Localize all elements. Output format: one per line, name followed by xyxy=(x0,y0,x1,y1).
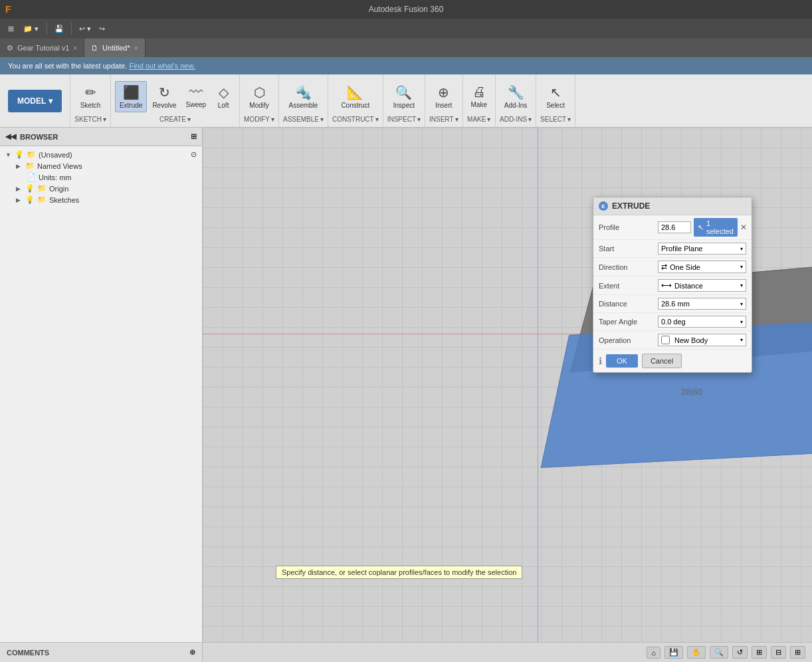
tree-sketches-bulb-icon: 💡 xyxy=(25,195,35,204)
extrude-dialog: E EXTRUDE Profile ↖ 1 selected ✕ Start P… xyxy=(593,197,752,373)
construct-section-label: CONSTRUCT ▾ xyxy=(332,116,379,124)
start-value: Profile Plane xyxy=(661,245,702,253)
select-label: Select xyxy=(546,102,565,109)
inspect-icon: 🔍 xyxy=(395,84,412,100)
insert-section-label: INSERT ▾ xyxy=(429,116,458,124)
ribbon-insert-section: ⊕ Insert INSERT ▾ xyxy=(425,74,463,127)
extent-value: Distance xyxy=(674,282,703,290)
profile-value-container: ↖ 1 selected ✕ xyxy=(658,218,747,237)
update-link[interactable]: Find out what's new. xyxy=(129,62,195,70)
loft-label: Loft xyxy=(218,102,229,109)
file-menu-btn[interactable]: 📁 ▾ xyxy=(19,23,43,35)
grid-menu-btn[interactable]: ⊞ xyxy=(4,23,18,35)
redo-btn[interactable]: ↪ xyxy=(96,23,108,35)
assemble-section-label: ASSEMBLE ▾ xyxy=(283,116,324,124)
tab-untitled-close[interactable]: × xyxy=(134,45,138,52)
direction-dropdown[interactable]: ⇄ One Side ▾ xyxy=(658,261,746,273)
comments-section[interactable]: COMMENTS ⊕ xyxy=(0,643,203,663)
tree-named-views[interactable]: ▶ 📁 Named Views xyxy=(11,160,202,171)
comments-add-icon[interactable]: ⊕ xyxy=(189,648,195,657)
tree-root-options-icon[interactable]: ⊙ xyxy=(191,150,197,159)
ribbon-construct-btn[interactable]: 📐 Construct xyxy=(337,82,373,112)
tab-gear-close[interactable]: × xyxy=(73,45,77,52)
construct-icon: 📐 xyxy=(347,84,363,100)
tree-sketches[interactable]: ▶ 💡 📁 Sketches xyxy=(11,194,202,205)
create-section-label: CREATE ▾ xyxy=(159,116,191,124)
ribbon-revolve-btn[interactable]: ↻ Revolve xyxy=(148,82,180,112)
ribbon-select-btn[interactable]: ↖ Select xyxy=(542,82,569,112)
tree-origin-label: Origin xyxy=(49,185,68,193)
assemble-label: Assemble xyxy=(288,102,318,109)
tab-untitled-icon: 🗋 xyxy=(91,44,98,52)
ribbon-modify-section: ⬡ Modify MODIFY ▾ xyxy=(240,74,279,127)
tree-root[interactable]: ▼ 💡 📁 (Unsaved) ⊙ xyxy=(0,149,202,160)
ribbon-loft-btn[interactable]: ◇ Loft xyxy=(211,82,235,112)
operation-dropdown[interactable]: New Body ▾ xyxy=(658,334,746,346)
make-label: Make xyxy=(471,101,487,108)
ok-button[interactable]: OK xyxy=(606,354,638,368)
tab-gear-tutorial[interactable]: ⚙ Gear Tutorial v1 × xyxy=(0,39,84,57)
ribbon-modify-btn[interactable]: ⬡ Modify xyxy=(245,82,272,112)
extent-label: Extent xyxy=(599,282,655,290)
update-bar: You are all set with the latest update. … xyxy=(0,57,812,74)
app-title: Autodesk Fusion 360 xyxy=(369,5,444,14)
insert-icon: ⊕ xyxy=(438,84,449,100)
grid-toggle-btn[interactable]: ⊟ xyxy=(771,646,786,659)
tree-root-folder-icon: 📁 xyxy=(27,150,36,159)
browser-collapse-icon[interactable]: ◀◀ xyxy=(5,132,16,141)
cancel-button[interactable]: Cancel xyxy=(642,354,682,368)
zoom-btn[interactable]: 🔍 xyxy=(710,646,728,659)
ribbon-extrude-btn[interactable]: ⬛ Extrude xyxy=(115,81,147,112)
distance-label: Distance xyxy=(599,300,655,308)
info-icon[interactable]: ℹ xyxy=(599,356,602,366)
distance-dropdown[interactable]: 28.6 mm ▾ xyxy=(658,298,746,310)
extrude-start-row: Start Profile Plane ▾ xyxy=(593,240,752,258)
tree-named-views-label: Named Views xyxy=(37,162,82,170)
ribbon-addins-btn[interactable]: 🔧 Add-Ins xyxy=(500,82,531,112)
browser-title: BROWSER xyxy=(20,133,58,141)
sketch-icon: ✏ xyxy=(85,84,96,100)
profile-label: Profile xyxy=(599,223,655,231)
display-mode-btn[interactable]: ⊞ xyxy=(752,646,767,659)
ribbon-select-section: ↖ Select SELECT ▾ xyxy=(536,74,575,127)
tree-units[interactable]: 📄 Units: mm xyxy=(21,171,202,183)
save-view-btn[interactable]: 💾 xyxy=(664,646,683,659)
extrude-dialog-footer: ℹ OK Cancel xyxy=(593,350,752,372)
ribbon-sweep-btn[interactable]: 〰 Sweep xyxy=(182,82,211,111)
browser-options-icon[interactable]: ⊞ xyxy=(191,132,197,141)
ribbon-assemble-btn[interactable]: 🔩 Assemble xyxy=(284,82,322,112)
profile-clear-btn[interactable]: ✕ xyxy=(740,223,747,232)
ribbon-make-btn[interactable]: 🖨 Make xyxy=(467,82,491,111)
extrude-header-icon: E xyxy=(599,201,608,211)
model-dropdown-btn[interactable]: MODEL ▾ xyxy=(8,90,62,112)
ribbon-sketch-btn[interactable]: ✏ Sketch xyxy=(76,82,105,112)
extrude-distance-row: Distance 28.6 mm ▾ xyxy=(593,295,752,313)
ribbon-inspect-btn[interactable]: 🔍 Inspect xyxy=(389,82,419,112)
addins-arrow: ▾ xyxy=(528,116,532,123)
operation-checkbox[interactable] xyxy=(661,336,670,344)
extent-icon: ⟷ xyxy=(661,281,672,290)
profile-input[interactable] xyxy=(658,221,691,233)
extrude-title: EXTRUDE xyxy=(612,201,650,211)
tree-origin[interactable]: ▶ 💡 📁 Origin xyxy=(11,183,202,194)
home-view-btn[interactable]: ⌂ xyxy=(647,647,660,659)
tree-root-arrow: ▼ xyxy=(5,152,12,158)
ribbon-insert-btn[interactable]: ⊕ Insert xyxy=(431,82,456,112)
pan-btn[interactable]: ✋ xyxy=(687,646,706,659)
extent-dropdown[interactable]: ⟷ Distance ▾ xyxy=(658,279,746,292)
loft-icon: ◇ xyxy=(219,84,229,100)
orbit-btn[interactable]: ↺ xyxy=(732,646,748,659)
save-btn[interactable]: 💾 xyxy=(51,23,67,35)
extrude-extent-row: Extent ⟷ Distance ▾ xyxy=(593,276,752,295)
ribbon-create-section: ⬛ Extrude ↻ Revolve 〰 Sweep ◇ Loft CREAT… xyxy=(111,74,240,127)
taper-dropdown[interactable]: 0.0 deg ▾ xyxy=(658,316,746,328)
tab-untitled-label: Untitled* xyxy=(102,44,130,52)
layout-btn[interactable]: ⊞ xyxy=(790,646,805,659)
ribbon-construct-section: 📐 Construct CONSTRUCT ▾ xyxy=(328,74,383,127)
make-icon: 🖨 xyxy=(472,84,486,100)
tab-untitled[interactable]: 🗋 Untitled* × xyxy=(84,39,145,57)
undo-btn[interactable]: ↩ ▾ xyxy=(76,23,94,35)
tree-named-views-arrow: ▶ xyxy=(16,163,23,169)
profile-selected-badge[interactable]: ↖ 1 selected xyxy=(694,218,738,237)
start-dropdown[interactable]: Profile Plane ▾ xyxy=(658,243,746,255)
